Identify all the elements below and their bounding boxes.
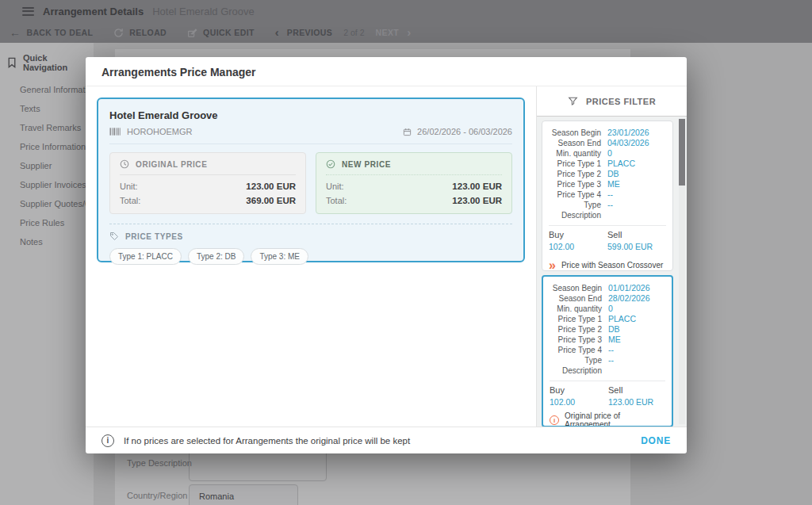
back-to-deal-button[interactable]: ← BACK TO DEAL xyxy=(10,28,93,37)
field-value: 0 xyxy=(608,304,613,314)
field-value: -- xyxy=(607,189,613,200)
reload-label: RELOAD xyxy=(129,28,167,37)
prices-filter-header[interactable]: PRICES FILTER xyxy=(537,86,687,117)
field-value: 04/03/2026 xyxy=(607,138,649,148)
total-label: Total: xyxy=(120,196,140,205)
screen: Arrangement Details Hotel Emerald Groove… xyxy=(0,0,812,505)
sidebar-header: Quick Navigation xyxy=(0,43,94,80)
price-types-section: PRICE TYPES Type 1: PLACC Type 2: DB Typ… xyxy=(109,224,512,265)
sell-label: Sell xyxy=(608,385,653,395)
menu-icon[interactable] xyxy=(22,7,34,16)
quick-edit-button[interactable]: QUICK EDIT xyxy=(187,28,255,38)
next-label: NEXT xyxy=(376,28,400,37)
field-label: Season End xyxy=(550,293,602,304)
field-value: -- xyxy=(608,355,614,376)
price-fields: Season Begin 23/01/2026 Season End 04/03… xyxy=(549,128,666,220)
info-icon: i xyxy=(550,415,559,425)
field-label: Season Begin xyxy=(550,283,602,293)
buy-value: 102.00 xyxy=(550,397,608,407)
field-value: 0 xyxy=(607,148,612,159)
arrangements-price-manager-dialog: Arrangements Price Manager Hotel Emerald… xyxy=(86,57,687,453)
field-value: 23/01/2026 xyxy=(607,128,649,138)
page-title: Arrangement Details xyxy=(43,6,144,17)
price-note: » Price with Season Crossover xyxy=(549,261,666,270)
original-total-value: 369.00 EUR xyxy=(246,196,296,205)
field-label: Price Type 2 xyxy=(550,324,602,335)
sidebar-item[interactable]: Notes xyxy=(0,232,94,251)
hotel-meta-row: HOROHOEMGR 26/02/2026 - 06/03/2026 xyxy=(109,127,512,144)
toolbar: ← BACK TO DEAL RELOAD QUICK EDIT ‹ PREVI… xyxy=(0,22,812,43)
modal-footer: i If no prices are selected for Arrangem… xyxy=(86,427,687,453)
scrollbar-thumb[interactable] xyxy=(679,119,685,186)
buy-sell-row: Buy 102.00 Sell 123.00 EUR xyxy=(550,385,665,407)
new-unit-row: Unit: 123.00 EUR xyxy=(326,182,502,191)
buy-sell-row: Buy 102.00 Sell 599.00 EUR xyxy=(549,230,666,251)
calendar-icon xyxy=(403,128,412,136)
field-value: PLACC xyxy=(607,159,635,169)
buy-column: Buy 102.00 xyxy=(549,230,607,251)
bookmark-icon xyxy=(7,57,17,68)
sidebar-item[interactable]: General Information xyxy=(0,80,94,99)
sidebar-item[interactable]: Price Information xyxy=(0,137,94,156)
unit-label: Unit: xyxy=(120,182,138,191)
country-region-label: Country/Region xyxy=(127,491,187,500)
field-value: -- xyxy=(607,200,613,220)
page-subtitle: Hotel Emerald Groove xyxy=(152,6,255,17)
field-row: Min. quantity 0 xyxy=(549,148,666,159)
sidebar-item[interactable]: Travel Remarks xyxy=(0,118,94,137)
field-label: Min. quantity xyxy=(550,304,602,314)
note-text: Price with Season Crossover xyxy=(561,261,663,270)
field-row: Price Type 1 PLACC xyxy=(549,159,666,169)
filter-icon xyxy=(568,96,578,106)
chevron-right-icon[interactable]: › xyxy=(407,28,411,37)
sidebar-item[interactable]: Price Rules xyxy=(0,213,94,232)
field-value: -- xyxy=(608,345,614,355)
price-option-card-selected[interactable]: Season Begin 01/01/2026 Season End 28/02… xyxy=(542,275,673,427)
previous-button[interactable]: PREVIOUS xyxy=(287,28,332,37)
price-type-chips: Type 1: PLACC Type 2: DB Type 3: ME xyxy=(109,248,512,265)
country-region-select[interactable]: Romania xyxy=(189,484,298,505)
new-total-row: Total: 123.00 EUR xyxy=(326,196,502,205)
original-price-title: ORIGINAL PRICE xyxy=(136,160,207,169)
quick-navigation-sidebar: Quick Navigation General Information Tex… xyxy=(0,43,94,505)
reload-button[interactable]: RELOAD xyxy=(113,28,167,38)
sidebar-title: Quick Navigation xyxy=(23,53,87,72)
sidebar-item[interactable]: Supplier Invoices xyxy=(0,175,94,194)
field-value: ME xyxy=(608,335,621,345)
price-types-title: PRICE TYPES xyxy=(125,232,183,241)
reload-icon xyxy=(113,28,124,38)
price-boxes: ORIGINAL PRICE Unit: 123.00 EUR Total: 3… xyxy=(109,152,512,214)
price-option-card[interactable]: Season Begin 23/01/2026 Season End 04/03… xyxy=(542,121,673,271)
hotel-code: HOROHOEMGR xyxy=(127,127,193,136)
buy-label: Buy xyxy=(549,230,607,239)
sell-value: 123.00 EUR xyxy=(608,397,653,407)
chevron-left-icon[interactable]: ‹ xyxy=(275,28,279,37)
prices-filter-panel: PRICES FILTER Season Begin 23/01/2026 xyxy=(536,86,687,427)
filter-scrollbar[interactable] xyxy=(679,118,685,424)
modal-body: Hotel Emerald Groove HOROHOEMGR xyxy=(86,86,687,427)
done-button[interactable]: DONE xyxy=(641,435,671,446)
sidebar-item[interactable]: Supplier xyxy=(0,156,94,175)
field-label: Min. quantity xyxy=(549,148,601,159)
original-total-row: Total: 369.00 EUR xyxy=(120,196,296,205)
hotel-name: Hotel Emerald Groove xyxy=(109,109,512,121)
field-row: Season End 04/03/2026 xyxy=(549,138,666,148)
clock-icon xyxy=(120,159,129,169)
buy-column: Buy 102.00 xyxy=(550,385,608,407)
modal-title: Arrangements Price Manager xyxy=(86,57,687,86)
field-row: Season End 28/02/2026 xyxy=(550,293,665,304)
sidebar-list: General Information Texts Travel Remarks… xyxy=(0,80,94,251)
sidebar-item[interactable]: Texts xyxy=(0,99,94,118)
price-notes: » Price with Season Crossover xyxy=(549,261,666,270)
modal-content: Hotel Emerald Groove HOROHOEMGR xyxy=(86,86,536,427)
type-description-label: Type Description xyxy=(127,458,192,468)
field-label: Price Type 4 xyxy=(550,345,602,355)
field-value: 01/01/2026 xyxy=(608,283,650,293)
next-button[interactable]: NEXT xyxy=(376,28,400,37)
sidebar-item[interactable]: Supplier Quotes/Order xyxy=(0,194,94,213)
buy-value: 102.00 xyxy=(549,242,607,251)
new-price-title: NEW PRICE xyxy=(342,160,391,169)
season-crossover-icon: » xyxy=(549,262,556,269)
field-label: Price Type 4 xyxy=(549,189,601,200)
price-type-chip: Type 2: DB xyxy=(188,248,244,265)
